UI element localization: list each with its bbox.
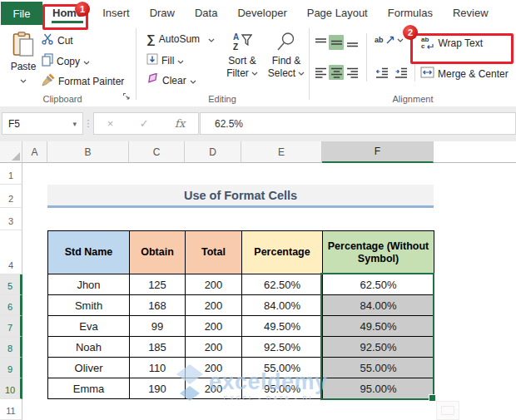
orientation-arrow-icon [385,35,395,45]
row-header-7[interactable]: 7 [0,316,22,337]
cell-D7[interactable]: 200 [186,316,242,337]
row-header-9[interactable]: 9 [0,358,22,378]
cell-D5[interactable]: 200 [186,274,242,295]
cell-C6[interactable]: 168 [130,295,186,316]
tab-review[interactable]: Review [443,0,499,26]
tab-page-layout[interactable]: Page Layout [297,0,378,26]
cell-F7[interactable]: 49.50% [323,316,434,337]
tab-formulas[interactable]: Formulas [378,0,443,26]
cell-B8[interactable]: Noah [48,337,130,358]
increase-indent-icon [394,67,408,78]
format-painter-button[interactable]: Format Painter [42,73,124,89]
align-top-button[interactable] [313,35,328,50]
cell-D9[interactable]: 200 [186,358,242,378]
cell-C9[interactable]: 110 [130,358,186,378]
name-box-chevron[interactable]: ▾ [72,120,77,128]
step-1-badge: 1 [75,2,90,17]
row-header-1[interactable]: 1 [0,163,22,185]
col-header-b[interactable]: B [47,141,129,163]
cell-F8[interactable]: 92.50% [323,337,434,358]
autosum-label: AutoSum [159,33,200,45]
table-header-percentage-without-symbol[interactable]: Percentage (Without Symbol) [323,231,434,274]
cell-E5[interactable]: 62.50% [242,274,323,295]
insert-function-icon[interactable]: fx [175,117,185,130]
cell-F9[interactable]: 55.00% [323,358,434,378]
cell-F10[interactable]: 95.00% [323,378,434,399]
cell-F6[interactable]: 84.00% [323,295,434,316]
paste-button[interactable]: Paste [5,32,42,86]
row-header-8[interactable]: 8 [0,337,22,358]
tab-developer[interactable]: Developer [227,0,296,26]
decrease-indent-button[interactable] [375,65,389,80]
sigma-icon: ∑ [146,33,156,45]
clipboard-dialog-launcher[interactable] [122,91,131,103]
cell-B6[interactable]: Smith [48,295,130,316]
cell-E8[interactable]: 92.50% [242,337,323,358]
name-box-value: F5 [8,118,20,130]
orientation-button[interactable]: ab [375,35,404,45]
cell-D6[interactable]: 200 [186,295,242,316]
col-header-e[interactable]: E [241,141,322,163]
row-header-6[interactable]: 6 [0,295,22,316]
tab-insert[interactable]: Insert [92,0,140,26]
cell-D10[interactable]: 200 [186,378,242,399]
name-box[interactable]: F5 ▾ [2,112,83,135]
cell-C5[interactable]: 125 [130,274,186,295]
formula-input[interactable]: 62.5% [200,112,516,135]
cell-B10[interactable]: Emma [48,378,130,399]
cancel-icon[interactable]: × [107,117,114,130]
cell-E10[interactable]: 95.00% [242,378,323,399]
select-all-corner[interactable] [0,141,22,163]
row-header-3[interactable]: 3 [0,208,22,230]
table-header-percentage[interactable]: Percentage [242,231,323,274]
ghost-options-icon [436,401,459,420]
clear-button[interactable]: Clear [146,73,196,87]
worksheet-title-cell[interactable]: Use of Format Cells [47,185,434,208]
align-bottom-button[interactable] [345,35,360,50]
tab-file[interactable]: File [1,2,42,25]
cell-C7[interactable]: 99 [130,316,186,337]
copy-button[interactable]: Copy [42,53,90,69]
row-header-4[interactable]: 4 [0,230,22,274]
sort-filter-button[interactable]: A Z Sort & Filter [221,32,263,79]
cell-B7[interactable]: Eva [48,316,130,337]
enter-icon[interactable]: ✓ [140,117,149,130]
cell-E7[interactable]: 49.50% [242,316,323,337]
merge-center-label: Merge & Center [438,68,509,80]
cut-button[interactable]: Cut [42,33,73,47]
align-middle-button[interactable] [329,35,344,50]
cell-B5[interactable]: Jhon [48,274,130,295]
clipboard-group-label: Clipboard [0,94,125,104]
cell-C8[interactable]: 185 [130,337,186,358]
align-center-button[interactable] [329,65,344,80]
find-select-button[interactable]: Find & Select [265,32,308,79]
align-right-button[interactable] [345,65,360,80]
cell-C10[interactable]: 190 [130,378,186,399]
row-header-5[interactable]: 5 [0,274,22,295]
align-left-button[interactable] [313,65,328,80]
tab-data[interactable]: Data [185,0,227,26]
col-header-d[interactable]: D [185,141,241,163]
tab-draw[interactable]: Draw [140,0,185,26]
data-table: Std NameObtainTotalPercentagePercentage … [47,230,434,399]
row-header-11[interactable]: 11 [0,399,22,420]
autosum-button[interactable]: ∑ AutoSum [146,33,215,45]
increase-indent-button[interactable] [394,65,409,80]
table-header-total[interactable]: Total [186,231,242,274]
table-header-obtain[interactable]: Obtain [130,231,186,274]
row-header-10[interactable]: 10 [0,378,22,399]
cell-B9[interactable]: Oliver [48,358,130,378]
svg-text:Z: Z [233,42,238,52]
row-header-2[interactable]: 2 [0,185,22,208]
fill-button[interactable]: Fill [146,53,184,67]
col-header-f[interactable]: F [322,141,434,163]
clear-dropdown-chevron [190,75,196,86]
cell-E9[interactable]: 55.00% [242,358,323,378]
col-header-a[interactable]: A [22,141,47,163]
cell-E6[interactable]: 84.00% [242,295,323,316]
merge-center-button[interactable]: Merge & Center [420,67,509,81]
table-header-std-name[interactable]: Std Name [48,231,130,274]
cell-F5[interactable]: 62.50% [323,274,434,295]
col-header-c[interactable]: C [129,141,185,163]
cell-D8[interactable]: 200 [186,337,242,358]
